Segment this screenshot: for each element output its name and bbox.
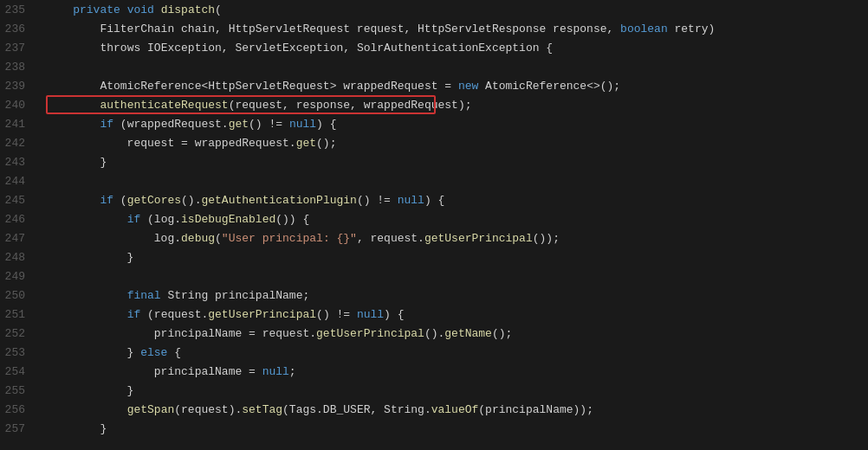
line-number-257: 257 (0, 422, 39, 435)
line-number-241: 241 (0, 118, 39, 131)
code-line-255: 255 } (0, 381, 868, 400)
code-line-238: 238 (0, 57, 868, 76)
line-content-256: getSpan(request).setTag(Tags.DB_USER, St… (39, 403, 868, 416)
line-content-241: if (wrappedRequest.get() != null) { (39, 118, 868, 131)
line-content-245: if (getCores().getAuthenticationPlugin()… (39, 194, 868, 207)
line-content-236: FilterChain chain, HttpServletRequest re… (39, 22, 868, 35)
line-number-236: 236 (0, 22, 39, 35)
line-content-257: } (39, 422, 868, 435)
line-number-239: 239 (0, 80, 39, 93)
code-line-239: 239 AtomicReference<HttpServletRequest> … (0, 76, 868, 95)
line-content-255: } (39, 384, 868, 397)
line-content-248: } (39, 251, 868, 264)
code-line-249: 249 (0, 267, 868, 286)
code-line-256: 256 getSpan(request).setTag(Tags.DB_USER… (0, 400, 868, 419)
code-line-257: 257 } (0, 419, 868, 438)
line-content-239: AtomicReference<HttpServletRequest> wrap… (39, 80, 868, 93)
line-number-249: 249 (0, 270, 39, 283)
line-content-250: final String principalName; (39, 289, 868, 302)
line-number-256: 256 (0, 403, 39, 416)
line-content-243: } (39, 156, 868, 169)
code-line-245: 245 if (getCores().getAuthenticationPlug… (0, 190, 868, 209)
code-line-248: 248 } (0, 248, 868, 267)
line-number-247: 247 (0, 232, 39, 245)
code-line-247: 247 log.debug("User principal: {}", requ… (0, 228, 868, 248)
code-editor: 235 private void dispatch(236 FilterChai… (0, 0, 868, 450)
code-line-251: 251 if (request.getUserPrincipal() != nu… (0, 305, 868, 324)
code-line-237: 237 throws IOException, ServletException… (0, 38, 868, 57)
code-line-240: 240 authenticateRequest(request, respons… (0, 95, 868, 114)
line-content-254: principalName = null; (39, 365, 868, 378)
line-content-252: principalName = request.getUserPrincipal… (39, 327, 868, 340)
line-number-253: 253 (0, 346, 39, 359)
code-line-244: 244 (0, 171, 868, 190)
line-number-245: 245 (0, 194, 39, 207)
code-line-242: 242 request = wrappedRequest.get(); (0, 133, 868, 152)
line-number-254: 254 (0, 365, 39, 378)
code-line-250: 250 final String principalName; (0, 286, 868, 305)
code-line-236: 236 FilterChain chain, HttpServletReques… (0, 19, 868, 38)
line-number-237: 237 (0, 42, 39, 55)
line-number-252: 252 (0, 327, 39, 340)
code-line-253: 253 } else { (0, 343, 868, 362)
code-line-254: 254 principalName = null; (0, 362, 868, 381)
line-number-246: 246 (0, 213, 39, 226)
code-line-243: 243 } (0, 152, 868, 171)
line-number-243: 243 (0, 156, 39, 169)
code-line-252: 252 principalName = request.getUserPrinc… (0, 324, 868, 343)
line-number-242: 242 (0, 137, 39, 150)
line-content-238 (39, 61, 868, 74)
line-content-244 (39, 175, 868, 188)
line-number-255: 255 (0, 384, 39, 397)
code-lines: 235 private void dispatch(236 FilterChai… (0, 0, 868, 438)
line-content-240: authenticateRequest(request, response, w… (39, 99, 868, 112)
line-number-238: 238 (0, 61, 39, 74)
code-line-246: 246 if (log.isDebugEnabled()) { (0, 209, 868, 228)
line-content-251: if (request.getUserPrincipal() != null) … (39, 308, 868, 321)
code-line-235: 235 private void dispatch( (0, 0, 868, 19)
line-number-235: 235 (0, 3, 39, 16)
line-content-242: request = wrappedRequest.get(); (39, 137, 868, 150)
line-content-235: private void dispatch( (39, 3, 868, 16)
line-number-251: 251 (0, 308, 39, 321)
line-number-244: 244 (0, 175, 39, 188)
line-content-237: throws IOException, ServletException, So… (39, 42, 868, 55)
code-line-241: 241 if (wrappedRequest.get() != null) { (0, 114, 868, 133)
line-content-246: if (log.isDebugEnabled()) { (39, 213, 868, 226)
line-content-247: log.debug("User principal: {}", request.… (39, 232, 868, 245)
line-number-250: 250 (0, 289, 39, 302)
line-number-248: 248 (0, 251, 39, 264)
line-content-253: } else { (39, 346, 868, 359)
line-content-249 (39, 270, 868, 283)
line-number-240: 240 (0, 99, 39, 112)
